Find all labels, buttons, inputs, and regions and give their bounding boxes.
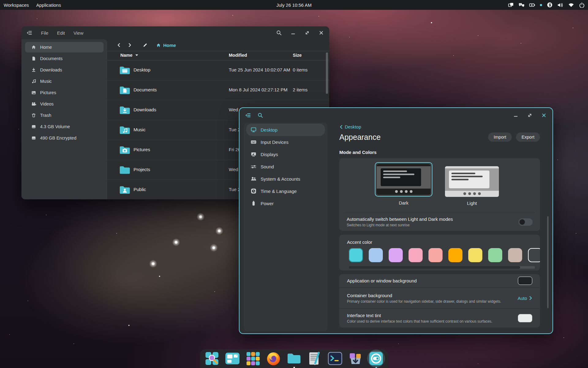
dock-window-tiling[interactable] xyxy=(224,351,240,366)
settings-nav-power[interactable]: Power xyxy=(246,197,325,209)
dock-files[interactable] xyxy=(286,351,302,368)
file-row-documents[interactable]: Documents Mon 8 Jul 2024 02:27:12 PM 2 i… xyxy=(107,80,329,100)
menu-view[interactable]: View xyxy=(74,30,83,36)
dark-mode-option[interactable]: Dark xyxy=(375,162,432,205)
minimize-button[interactable] xyxy=(513,112,519,118)
close-button[interactable] xyxy=(541,112,547,118)
dock-app-store[interactable] xyxy=(348,351,364,366)
accent-horizontal-scrollbar[interactable] xyxy=(349,266,535,269)
drive-icon xyxy=(31,124,36,129)
accent-swatch-green[interactable] xyxy=(488,248,502,262)
export-button[interactable]: Export xyxy=(516,132,540,142)
back-button[interactable] xyxy=(116,42,122,48)
import-button[interactable]: Import xyxy=(488,132,512,142)
files-menubar: File Edit View xyxy=(26,30,83,36)
search-icon[interactable] xyxy=(276,30,282,36)
files-vertical-scrollbar[interactable] xyxy=(326,52,328,94)
files-titlebar[interactable]: File Edit View xyxy=(21,26,329,39)
sidebar-item-volume[interactable]: 4.3 GB Volume xyxy=(25,121,104,132)
column-name[interactable]: Name xyxy=(120,53,138,58)
settings-titlebar[interactable] xyxy=(239,108,552,123)
sidebar-item-documents[interactable]: Documents xyxy=(25,53,104,64)
settings-nav-system-accounts[interactable]: System & Accounts xyxy=(246,173,325,185)
accent-swatch-teal[interactable] xyxy=(349,248,363,262)
sidebar-item-encrypted[interactable]: 490 GB Encrypted xyxy=(25,133,104,143)
settings-nav-sound[interactable]: Sound xyxy=(246,160,325,173)
interface-text-tint-row[interactable]: Interface text tint Color used to derive… xyxy=(339,309,540,328)
settings-nav-displays[interactable]: Displays xyxy=(246,148,325,160)
close-button[interactable] xyxy=(318,30,324,36)
sidebar-item-downloads[interactable]: Downloads xyxy=(25,65,104,75)
folder-downloads-icon xyxy=(119,105,130,116)
interface-tint-swatch[interactable] xyxy=(518,314,532,322)
system-tray xyxy=(508,0,585,10)
wifi-icon[interactable] xyxy=(568,2,574,8)
auto-switch-subtitle: Switches to Light mode at next sunrise xyxy=(347,223,453,227)
menu-edit[interactable]: Edit xyxy=(57,30,65,36)
accent-swatch-purple[interactable] xyxy=(389,248,403,262)
folder-documents-icon xyxy=(119,86,130,96)
workspaces-menu[interactable]: Workspaces xyxy=(0,0,32,10)
notifications-icon[interactable] xyxy=(518,2,525,8)
volume-icon[interactable] xyxy=(557,2,564,8)
sidebar-item-videos[interactable]: Videos xyxy=(25,99,104,109)
folder-music-icon xyxy=(119,125,130,136)
clock-applet[interactable]: July 26 10:56 AM xyxy=(276,2,311,8)
sidebar-item-home[interactable]: Home xyxy=(25,42,104,52)
color-settings-card: Application or window background Contain… xyxy=(339,274,540,328)
sidebar-toggle-icon[interactable] xyxy=(245,112,251,118)
sidebar-item-trash[interactable]: Trash xyxy=(25,110,104,121)
dock-launcher[interactable] xyxy=(204,351,220,366)
breadcrumb-home[interactable]: Home xyxy=(156,43,176,48)
sidebar-toggle-icon[interactable] xyxy=(26,30,32,36)
minimize-button[interactable] xyxy=(290,30,296,36)
accent-swatch-yellow[interactable] xyxy=(468,248,482,262)
settings-nav-desktop[interactable]: Desktop xyxy=(246,124,325,136)
battery-icon[interactable] xyxy=(529,2,535,8)
terminal-icon xyxy=(327,351,343,366)
maximize-button[interactable] xyxy=(304,30,310,36)
accent-swatch-warmgray[interactable] xyxy=(508,248,522,262)
container-background-row[interactable]: Container background Primary container c… xyxy=(339,288,540,309)
accent-swatch-orange[interactable] xyxy=(448,248,462,262)
settings-sidebar: Desktop Input Devices Displays Sound Sys… xyxy=(244,123,327,331)
bright-star xyxy=(172,238,180,246)
column-size[interactable]: Size xyxy=(293,53,302,58)
launcher-icon xyxy=(204,351,220,366)
dock-app-library[interactable] xyxy=(245,351,261,366)
light-mode-option[interactable]: Light xyxy=(445,166,499,206)
sidebar-item-pictures[interactable]: Pictures xyxy=(25,87,104,98)
accent-swatch-custom[interactable] xyxy=(528,248,540,262)
search-icon[interactable] xyxy=(257,112,263,118)
container-background-value[interactable]: Auto xyxy=(518,296,532,301)
forward-button[interactable] xyxy=(127,42,133,48)
power-icon[interactable] xyxy=(579,2,585,8)
dock-settings[interactable] xyxy=(368,351,384,368)
settings-nav-input-devices[interactable]: Input Devices xyxy=(246,136,325,148)
app-background-swatch[interactable] xyxy=(518,277,532,285)
maximize-button[interactable] xyxy=(527,112,533,118)
file-row-desktop[interactable]: Desktop Tue 25 Jun 2024 10:02:07 AM 0 it… xyxy=(107,60,329,80)
settings-nav-time-language[interactable]: Time & Language xyxy=(246,185,325,197)
chevron-left-icon xyxy=(339,125,343,129)
users-icon xyxy=(251,176,257,182)
applications-menu[interactable]: Applications xyxy=(32,0,65,10)
bluetooth-icon[interactable] xyxy=(547,2,553,8)
menu-file[interactable]: File xyxy=(41,30,48,36)
sidebar-item-music[interactable]: Music xyxy=(25,76,104,86)
dock-terminal[interactable] xyxy=(327,351,343,366)
window-stack-icon[interactable] xyxy=(508,2,514,8)
display-icon xyxy=(251,151,257,157)
edit-path-icon[interactable] xyxy=(142,42,148,48)
dock-firefox[interactable] xyxy=(266,351,281,366)
accent-swatch-blue[interactable] xyxy=(369,248,383,262)
column-modified[interactable]: Modified xyxy=(229,53,247,58)
home-icon xyxy=(31,45,36,50)
accent-swatch-pink[interactable] xyxy=(409,248,423,262)
accent-swatch-salmon[interactable] xyxy=(428,248,443,262)
back-breadcrumb[interactable]: Desktop xyxy=(339,125,361,129)
settings-vertical-scrollbar[interactable] xyxy=(547,216,548,308)
app-background-row[interactable]: Application or window background xyxy=(339,274,540,288)
dock-text-editor[interactable] xyxy=(307,351,322,366)
auto-switch-toggle[interactable] xyxy=(518,218,533,226)
